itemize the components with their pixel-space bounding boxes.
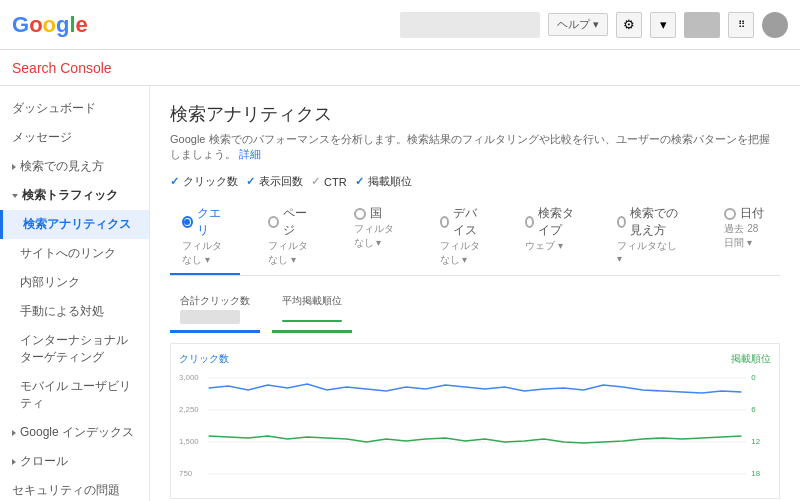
sidebar-item-search-traffic[interactable]: 検索トラフィック: [0, 181, 149, 210]
tab-date[interactable]: 日付 過去 28 日間 ▾: [712, 199, 780, 275]
main-content: 検索アナリティクス Google 検索でのパフォーマンスを分析します。検索結果の…: [150, 86, 800, 501]
triangle-down-icon: [12, 194, 18, 198]
svg-text:2,250: 2,250: [179, 405, 199, 414]
google-logo: G o o g l e: [12, 12, 88, 38]
sidebar: ダッシュボード メッセージ 検索での見え方 検索トラフィック 検索アナリティクス…: [0, 86, 150, 501]
tab-search-type[interactable]: 検索タイプ ウェブ ▾: [513, 199, 588, 275]
tab-sub: 過去 28 日間 ▾: [724, 222, 768, 250]
radio-empty-icon: [268, 216, 279, 228]
details-link[interactable]: 詳細: [239, 148, 261, 160]
triangle-right-icon: [12, 430, 16, 436]
sidebar-item-international[interactable]: インターナショナル ターゲティング: [0, 326, 149, 372]
logo-g: G: [12, 12, 29, 38]
sidebar-item-label: クロール: [20, 453, 68, 470]
sidebar-item-label: 検索トラフィック: [22, 187, 118, 204]
help-button[interactable]: ヘルプ ▾: [548, 13, 608, 36]
svg-text:1,500: 1,500: [179, 437, 199, 446]
tab-sub: フィルタなし ▾: [617, 239, 685, 264]
sidebar-item-manual-actions[interactable]: 手動による対処: [0, 297, 149, 326]
radio-empty-icon: [354, 208, 366, 220]
checkmark-icon: ✓: [246, 175, 255, 188]
tab-label: 日付: [740, 205, 764, 222]
filter-tabs: クエリ フィルタなし ▾ ページ フィルタなし ▾ 国 フィルタなし ▾: [170, 199, 780, 276]
summary-card-clicks: 合計クリック数: [170, 288, 260, 333]
svg-text:3,000: 3,000: [179, 373, 199, 382]
svg-text:6: 6: [751, 405, 756, 414]
metric-ctr[interactable]: ✓ CTR: [311, 175, 347, 188]
summary-cards: 合計クリック数 平均掲載順位: [170, 288, 780, 333]
tab-search-appearance[interactable]: 検索での見え方 フィルタなし ▾: [605, 199, 697, 275]
checkmark-icon: ✓: [311, 175, 320, 188]
header: G o o g l e ヘルプ ▾ ⚙ ▾ ⠿: [0, 0, 800, 50]
card-label: 平均掲載順位: [282, 294, 342, 308]
sidebar-item-search-analytics[interactable]: 検索アナリティクス: [0, 210, 149, 239]
radio-empty-icon: [617, 216, 626, 228]
sidebar-item-label: インターナショナル ターゲティング: [20, 332, 137, 366]
sidebar-item-messages[interactable]: メッセージ: [0, 123, 149, 152]
sidebar-item-label: ダッシュボード: [12, 100, 96, 117]
triangle-right-icon: [12, 164, 16, 170]
radio-empty-icon: [525, 216, 534, 228]
settings-button[interactable]: ⚙: [616, 12, 642, 38]
summary-card-position: 平均掲載順位: [272, 288, 352, 333]
tab-sub: フィルタなし ▾: [354, 222, 400, 250]
sidebar-item-label: モバイル ユーザビリティ: [20, 378, 137, 412]
checkmark-icon: ✓: [170, 175, 179, 188]
layout: ダッシュボード メッセージ 検索での見え方 検索トラフィック 検索アナリティクス…: [0, 86, 800, 501]
tab-label: クエリ: [197, 205, 228, 239]
card-value: [180, 310, 240, 324]
sidebar-item-label: メッセージ: [12, 129, 72, 146]
avatar[interactable]: [762, 12, 788, 38]
tab-country[interactable]: 国 フィルタなし ▾: [342, 199, 412, 275]
sub-header-title: Search Console: [12, 60, 112, 76]
tab-page[interactable]: ページ フィルタなし ▾: [256, 199, 326, 275]
sidebar-item-internal-links[interactable]: 内部リンク: [0, 268, 149, 297]
tab-label: 国: [370, 205, 382, 222]
sidebar-item-label: セキュリティの問題: [12, 482, 120, 499]
tab-device[interactable]: デバイス フィルタなし ▾: [428, 199, 498, 275]
sidebar-item-search-appearance[interactable]: 検索での見え方: [0, 152, 149, 181]
tab-sub: フィルタなし ▾: [182, 239, 228, 267]
user-account-bar[interactable]: [684, 12, 720, 38]
header-search-bar: [400, 12, 540, 38]
sidebar-item-links-to-site[interactable]: サイトへのリンク: [0, 239, 149, 268]
page-description: Google 検索でのパフォーマンスを分析します。検索結果のフィルタリングや比較…: [170, 132, 780, 162]
tab-sub: フィルタなし ▾: [440, 239, 486, 267]
more-options-button[interactable]: ▾: [650, 12, 676, 38]
page-title: 検索アナリティクス: [170, 102, 780, 126]
radio-empty-icon: [724, 208, 736, 220]
apps-button[interactable]: ⠿: [728, 12, 754, 38]
metric-position[interactable]: ✓ 掲載順位: [355, 174, 412, 189]
chart-container: クリック数 掲載順位 3,000 2,250 1,500 750 0 6 12 …: [170, 343, 780, 499]
radio-filled-icon: [182, 216, 193, 228]
sidebar-item-label: 内部リンク: [20, 274, 80, 291]
sidebar-item-crawl[interactable]: クロール: [0, 447, 149, 476]
sidebar-item-label: 検索での見え方: [20, 158, 104, 175]
checkmark-icon: ✓: [355, 175, 364, 188]
metric-clicks[interactable]: ✓ クリック数: [170, 174, 238, 189]
sidebar-item-mobile-usability[interactable]: モバイル ユーザビリティ: [0, 372, 149, 418]
sidebar-item-label: Google インデックス: [20, 424, 134, 441]
metric-label: 表示回数: [259, 174, 303, 189]
gear-icon: ⚙: [623, 17, 635, 32]
chart-right-label: 掲載順位: [731, 352, 771, 366]
tab-query[interactable]: クエリ フィルタなし ▾: [170, 199, 240, 275]
header-right: ヘルプ ▾ ⚙ ▾ ⠿: [400, 12, 788, 38]
sidebar-item-label: 手動による対処: [20, 303, 104, 320]
chart-svg: 3,000 2,250 1,500 750 0 6 12 18: [179, 370, 771, 490]
logo-g2: g: [56, 12, 69, 38]
sidebar-item-dashboard[interactable]: ダッシュボード: [0, 94, 149, 123]
sidebar-item-google-index[interactable]: Google インデックス: [0, 418, 149, 447]
help-label: ヘルプ: [557, 17, 590, 32]
svg-text:0: 0: [751, 373, 756, 382]
metric-label: CTR: [324, 176, 347, 188]
chevron-down-icon: ▾: [660, 17, 667, 32]
sidebar-item-security[interactable]: セキュリティの問題: [0, 476, 149, 501]
card-value: [282, 320, 342, 322]
svg-text:12: 12: [751, 437, 760, 446]
tab-label: ページ: [283, 205, 314, 239]
tab-sub: フィルタなし ▾: [268, 239, 314, 267]
sub-header: Search Console: [0, 50, 800, 86]
sidebar-item-label: サイトへのリンク: [20, 245, 116, 262]
metric-impressions[interactable]: ✓ 表示回数: [246, 174, 303, 189]
